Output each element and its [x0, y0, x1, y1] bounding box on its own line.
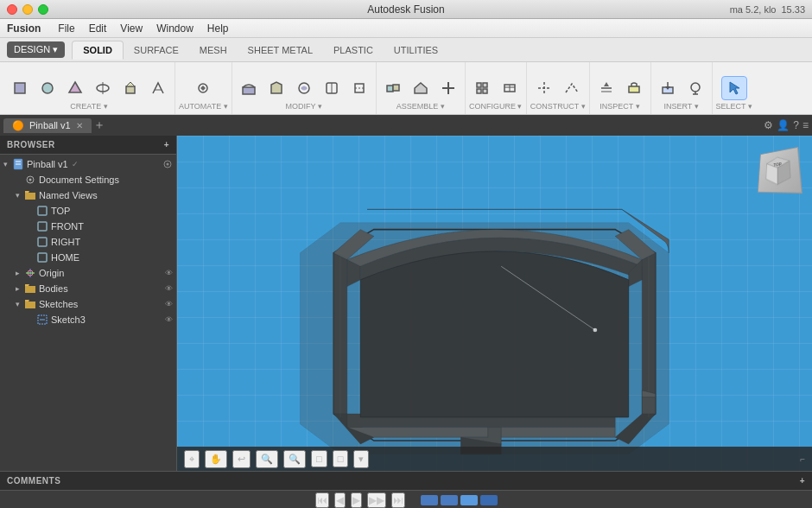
playback-end-btn[interactable]: ⏭: [391, 492, 405, 508]
sidebar-browser: BROWSER + ▾ Pinball v1 ✓ Document Settin…: [0, 136, 177, 471]
svg-rect-46: [38, 238, 47, 246]
minimize-button[interactable]: [22, 4, 33, 15]
display-settings-btn[interactable]: □: [311, 450, 327, 467]
insert-buttons: [655, 76, 708, 100]
configure-btn-1[interactable]: [469, 76, 495, 100]
fullscreen-button[interactable]: [38, 4, 48, 15]
tab-mesh[interactable]: MESH: [189, 41, 238, 59]
create-btn-5[interactable]: [117, 76, 143, 100]
tab-surface[interactable]: SURFACE: [124, 41, 189, 59]
pinball-tab[interactable]: 🟠 Pinball v1 ✕: [3, 118, 92, 133]
close-button[interactable]: [7, 4, 17, 15]
pan-btn[interactable]: ✋: [205, 450, 227, 468]
playback-next-btn[interactable]: ▶▶: [367, 492, 386, 508]
zoom-out-btn[interactable]: 🔍: [283, 450, 306, 468]
pinball-person-icon[interactable]: 👤: [777, 119, 790, 131]
tree-item-top[interactable]: TOP: [0, 203, 176, 219]
inspect-btn-2[interactable]: [621, 76, 647, 100]
gear-small-icon: [162, 159, 173, 169]
modify-btn-1[interactable]: [236, 76, 262, 100]
modify-label: MODIFY ▾: [286, 102, 322, 111]
modify-btn-3[interactable]: [291, 76, 317, 100]
modify-btn-2[interactable]: [263, 76, 289, 100]
main-toolbar: CREATE ▾ AUTOMATE ▾: [0, 62, 812, 114]
design-button[interactable]: DESIGN ▾: [7, 41, 65, 58]
zoom-in-btn[interactable]: 🔍: [256, 450, 278, 468]
tree-item-named-views[interactable]: ▾ Named Views: [0, 187, 176, 203]
tree-item-sketch3[interactable]: Sketch3 👁: [0, 312, 176, 327]
settings-icon: [24, 174, 36, 186]
window-title: Autodesk Fusion: [367, 3, 444, 16]
eye-bodies[interactable]: 👁: [165, 284, 173, 293]
svg-point-41: [167, 163, 169, 166]
configure-label: CONFIGURE ▾: [469, 102, 523, 111]
construct-btn-2[interactable]: [559, 76, 585, 100]
select-buttons: [721, 76, 747, 100]
select-btn-1[interactable]: [721, 76, 747, 100]
assemble-buttons: [380, 76, 461, 100]
eye-sketch3[interactable]: 👁: [165, 315, 173, 324]
modify-btn-4[interactable]: [319, 76, 345, 100]
modify-btn-5[interactable]: [346, 76, 372, 100]
insert-btn-1[interactable]: [655, 76, 681, 100]
svg-rect-21: [483, 89, 487, 93]
assemble-btn-3[interactable]: [435, 76, 461, 100]
zoom-fit-btn[interactable]: ↩: [232, 450, 251, 468]
create-btn-2[interactable]: [35, 76, 60, 100]
tree-item-doc-settings[interactable]: Document Settings: [0, 172, 176, 187]
pinball-settings-icon[interactable]: ⚙: [764, 119, 773, 131]
tree-label-top: TOP: [51, 206, 70, 216]
pinball-add-tab[interactable]: ＋: [93, 117, 105, 133]
menu-edit[interactable]: Edit: [82, 21, 114, 36]
pinball-menu-icon[interactable]: ≡: [802, 119, 809, 131]
insert-btn-2[interactable]: [682, 76, 708, 100]
tree-arrow-bodies: ▸: [16, 284, 24, 293]
menu-view[interactable]: View: [113, 21, 149, 36]
eye-origin[interactable]: 👁: [165, 269, 173, 277]
title-bar-right: ma 5.2, klo 15.33: [730, 4, 805, 15]
tree-item-front[interactable]: FRONT: [0, 219, 176, 234]
timeline-track-3: [460, 495, 478, 505]
3d-viewport[interactable]: TOP: [177, 136, 812, 471]
create-btn-1[interactable]: [7, 76, 33, 100]
construct-btn-1[interactable]: [531, 76, 557, 100]
render-mode-btn[interactable]: □: [333, 450, 349, 467]
menu-window[interactable]: Window: [149, 21, 200, 36]
configure-btn-2[interactable]: [497, 76, 523, 100]
playback-prev-btn[interactable]: ◀: [334, 492, 346, 508]
tab-sheet-metal[interactable]: SHEET METAL: [238, 41, 323, 59]
tree-item-sketches[interactable]: ▾ Sketches 👁: [0, 296, 176, 312]
eye-sketches[interactable]: 👁: [165, 300, 173, 308]
svg-point-34: [691, 83, 700, 92]
assemble-btn-2[interactable]: [408, 76, 434, 100]
tree-arrow-pinball: ▾: [3, 160, 12, 168]
toolbar-section-modify: MODIFY ▾: [232, 62, 377, 114]
automate-btn-1[interactable]: [190, 76, 216, 100]
pinball-tab-close[interactable]: ✕: [76, 121, 83, 130]
create-btn-4[interactable]: [90, 76, 116, 100]
tab-plastic[interactable]: PLASTIC: [323, 41, 384, 59]
tree-item-pinball[interactable]: ▾ Pinball v1 ✓: [0, 156, 176, 172]
create-btn-3[interactable]: [62, 76, 88, 100]
tab-utilities[interactable]: UTILITIES: [384, 41, 448, 59]
browser-add-icon[interactable]: +: [164, 140, 169, 149]
tree-item-home[interactable]: HOME: [0, 250, 176, 265]
menu-file[interactable]: File: [51, 21, 81, 36]
tab-solid[interactable]: SOLID: [72, 41, 124, 60]
tree-item-right[interactable]: RIGHT: [0, 234, 176, 250]
more-btn[interactable]: ▾: [353, 450, 369, 468]
menu-help[interactable]: Help: [200, 21, 236, 36]
viewport-corner-icon: ⌐: [800, 454, 805, 464]
browser-header: BROWSER +: [0, 136, 176, 155]
tree-arrow-named-views: ▾: [16, 191, 24, 200]
playback-play-btn[interactable]: ▶: [351, 492, 362, 508]
orbit-btn[interactable]: ⌖: [184, 450, 200, 468]
pinball-help-icon[interactable]: ?: [793, 119, 799, 131]
inspect-btn-1[interactable]: [593, 76, 619, 100]
comments-add-btn[interactable]: +: [800, 476, 805, 486]
assemble-btn-1[interactable]: [380, 76, 406, 100]
tree-item-origin[interactable]: ▸ Origin 👁: [0, 265, 176, 281]
create-btn-6[interactable]: [145, 76, 171, 100]
playback-start-btn[interactable]: ⏮: [315, 492, 329, 508]
tree-item-bodies[interactable]: ▸ Bodies 👁: [0, 281, 176, 296]
